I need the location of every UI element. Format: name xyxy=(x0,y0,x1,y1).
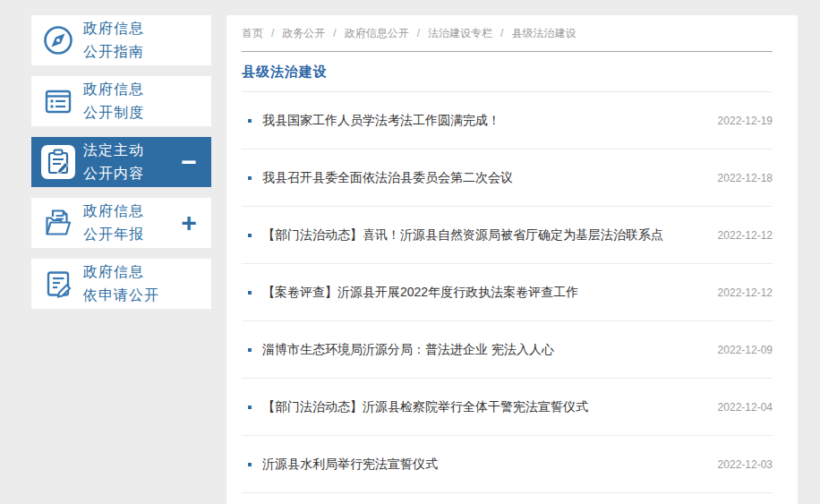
bullet-icon xyxy=(248,291,252,295)
article-date: 2022-12-12 xyxy=(718,286,773,299)
article-link[interactable]: 我县国家工作人员学法考法工作圆满完成！ xyxy=(262,113,707,129)
article-date: 2022-12-19 xyxy=(718,115,773,127)
compass-icon xyxy=(41,23,75,57)
bullet-icon xyxy=(248,119,252,123)
sidebar: 政府信息公开指南 政府信息公开制度 xyxy=(31,15,211,320)
breadcrumb-rule-of-law-column[interactable]: 法治建设专栏 xyxy=(428,26,492,41)
bullet-icon xyxy=(248,234,252,237)
article-row: 【部门法治动态】喜讯！沂源县自然资源局被省厅确定为基层法治联系点 2022-12… xyxy=(242,207,773,264)
article-row: 【案卷评查】沂源县开展2022年度行政执法案卷评查工作 2022-12-12 xyxy=(242,264,773,321)
article-date: 2022-12-03 xyxy=(718,458,773,471)
page: 政府信息公开指南 政府信息公开制度 xyxy=(0,0,820,504)
breadcrumb-separator: / xyxy=(271,27,274,39)
document-pen-icon xyxy=(41,267,75,301)
article-row: 沂源县水利局举行宪法宣誓仪式 2022-12-03 xyxy=(242,436,773,493)
article-list: 我县国家工作人员学法考法工作圆满完成！ 2022-12-19 我县召开县委全面依… xyxy=(242,92,773,493)
sidebar-item-label: 政府信息公开年报 xyxy=(83,200,144,246)
breadcrumb-separator: / xyxy=(417,27,420,39)
sidebar-item-disclosure-by-request[interactable]: 政府信息依申请公开 xyxy=(31,259,211,309)
sidebar-item-gov-info-guide[interactable]: 政府信息公开指南 xyxy=(31,15,211,65)
article-date: 2022-12-18 xyxy=(718,172,773,184)
article-date: 2022-12-09 xyxy=(718,344,773,356)
folder-report-icon xyxy=(41,206,75,240)
expand-plus-icon[interactable]: + xyxy=(174,209,204,236)
page-title: 县级法治建设 xyxy=(242,64,328,81)
sidebar-item-label: 政府信息依申请公开 xyxy=(83,261,159,307)
article-link[interactable]: 我县召开县委全面依法治县委员会第二次会议 xyxy=(262,170,707,186)
article-link[interactable]: 【案卷评查】沂源县开展2022年度行政执法案卷评查工作 xyxy=(262,285,707,301)
article-date: 2022-12-04 xyxy=(718,401,773,414)
article-row: 我县召开县委全面依法治县委员会第二次会议 2022-12-18 xyxy=(242,149,773,207)
article-link[interactable]: 淄博市生态环境局沂源分局：普法进企业 宪法入人心 xyxy=(262,342,707,358)
sidebar-item-annual-report[interactable]: 政府信息公开年报 + xyxy=(31,198,211,248)
sidebar-item-label: 法定主动公开内容 xyxy=(83,139,144,185)
breadcrumb: 首页 / 政务公开 / 政府信息公开 / 法治建设专栏 / 县级法治建设 xyxy=(242,15,773,52)
bullet-icon xyxy=(248,176,252,180)
article-row: 淄博市生态环境局沂源分局：普法进企业 宪法入人心 2022-12-09 xyxy=(242,321,773,379)
breadcrumb-gov-affairs[interactable]: 政务公开 xyxy=(282,26,325,41)
sidebar-item-label: 政府信息公开指南 xyxy=(83,17,144,64)
breadcrumb-current: 县级法治建设 xyxy=(511,26,576,41)
article-link[interactable]: 沂源县水利局举行宪法宣誓仪式 xyxy=(262,457,707,473)
sidebar-item-statutory-disclosure[interactable]: 法定主动公开内容 − xyxy=(31,137,211,187)
bullet-icon xyxy=(248,348,252,352)
article-date: 2022-12-12 xyxy=(718,229,773,242)
content-panel: 首页 / 政务公开 / 政府信息公开 / 法治建设专栏 / 县级法治建设 县级法… xyxy=(226,15,798,504)
article-link[interactable]: 【部门法治动态】喜讯！沂源县自然资源局被省厅确定为基层法治联系点 xyxy=(262,227,707,243)
document-list-icon xyxy=(41,84,75,118)
bullet-icon xyxy=(248,463,252,466)
article-row: 【部门法治动态】沂源县检察院举行全体干警宪法宣誓仪式 2022-12-04 xyxy=(242,379,773,436)
breadcrumb-gov-info[interactable]: 政府信息公开 xyxy=(345,26,409,41)
article-row: 我县国家工作人员学法考法工作圆满完成！ 2022-12-19 xyxy=(242,92,773,149)
bullet-icon xyxy=(248,406,252,409)
sidebar-item-label: 政府信息公开制度 xyxy=(83,78,144,124)
section-header: 县级法治建设 xyxy=(242,52,773,92)
collapse-minus-icon[interactable]: − xyxy=(174,149,204,175)
breadcrumb-home[interactable]: 首页 xyxy=(242,26,263,41)
breadcrumb-separator: / xyxy=(500,27,503,39)
sidebar-item-gov-info-system[interactable]: 政府信息公开制度 xyxy=(31,76,211,126)
clipboard-pen-icon xyxy=(41,145,75,179)
article-link[interactable]: 【部门法治动态】沂源县检察院举行全体干警宪法宣誓仪式 xyxy=(262,399,707,415)
breadcrumb-separator: / xyxy=(333,27,336,39)
